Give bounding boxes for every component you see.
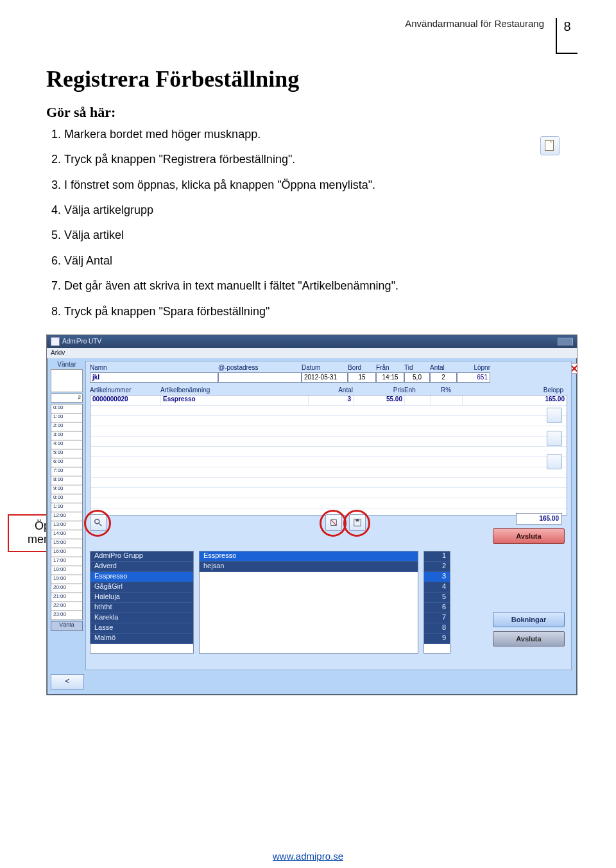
side-icon-2[interactable]: [547, 431, 562, 446]
list-item[interactable]: AdmiPro Grupp: [90, 551, 193, 562]
col-namn: Namn: [90, 364, 218, 371]
col2-artnr: Artikelnummer: [90, 386, 160, 394]
col2-enh: Enh: [404, 386, 430, 394]
list-item[interactable]: 7: [424, 613, 450, 623]
time-slot[interactable]: 4:00: [51, 440, 83, 449]
vanta-button[interactable]: Vänta: [51, 621, 83, 631]
list-item[interactable]: 9: [424, 634, 450, 644]
val-fran[interactable]: 14:15: [376, 372, 404, 383]
bokningar-button[interactable]: Bokningar: [493, 612, 565, 627]
list-item[interactable]: 6: [424, 603, 450, 613]
time-slot[interactable]: 21:00: [51, 593, 83, 602]
time-slot[interactable]: 0:00: [51, 404, 83, 413]
menu-arkiv[interactable]: Arkiv: [51, 349, 65, 356]
step-1: Markera bordet med höger musknapp.: [64, 126, 578, 143]
svg-rect-11: [355, 519, 359, 522]
val-bord[interactable]: 15: [348, 372, 376, 383]
time-slot[interactable]: 18:00: [51, 566, 83, 575]
svg-point-6: [95, 519, 99, 524]
app-icon: [51, 337, 60, 346]
list-item[interactable]: Adverd: [90, 562, 193, 572]
time-slot[interactable]: 8:00: [51, 476, 83, 485]
vantar-box: [51, 369, 83, 392]
avsluta-button-grey[interactable]: Avsluta: [493, 631, 565, 647]
list-item[interactable]: 2: [424, 562, 450, 572]
col2-ben: Artikelbenämning: [160, 386, 308, 394]
time-slot[interactable]: 13:00: [51, 521, 83, 530]
val-tid[interactable]: 5,0: [404, 372, 430, 383]
col-fran: Från: [376, 364, 404, 371]
article-grid[interactable]: 0000000020 Esspresso 3 55.00 165.00: [90, 395, 567, 516]
col2-pris: Pris: [353, 386, 404, 394]
save-preorder-button[interactable]: [349, 514, 366, 531]
val-epost[interactable]: [218, 372, 302, 383]
page-title: Registrera Förbeställning: [46, 65, 578, 92]
list-item[interactable]: Esspresso: [90, 572, 193, 582]
col-epost: @-postadress: [218, 364, 302, 371]
list-item[interactable]: hththt: [90, 603, 193, 613]
document-icon: [540, 136, 560, 155]
time-slot[interactable]: 12:00: [51, 512, 83, 521]
step-6: Välj Antal: [64, 252, 578, 270]
val-namn[interactable]: jkl: [90, 372, 218, 383]
side-icon-3[interactable]: [547, 454, 562, 469]
list-item[interactable]: 3: [424, 572, 450, 582]
time-slot[interactable]: 23:00: [51, 611, 83, 620]
step-3: I fönstret som öppnas, klicka på knappen…: [64, 177, 578, 194]
col-lopnr: Löpnr: [457, 364, 490, 371]
svg-line-7: [99, 523, 101, 526]
time-slot[interactable]: 22:00: [51, 602, 83, 611]
list-item[interactable]: GågåGirl: [90, 582, 193, 593]
col2-belopp: Belopp: [462, 386, 567, 394]
list-item[interactable]: 5: [424, 593, 450, 603]
col-datum: Datum: [302, 364, 348, 371]
val-datum[interactable]: 2012-05-31: [302, 372, 348, 383]
list-item[interactable]: Malmö: [90, 634, 193, 644]
total-amount: 165.00: [516, 513, 562, 525]
time-slot[interactable]: 5:00: [51, 449, 83, 458]
time-slot[interactable]: 19:00: [51, 575, 83, 584]
item-list[interactable]: Esspressohejsan: [199, 551, 418, 654]
time-slot[interactable]: 6:00: [51, 458, 83, 467]
step-4: Välja artikelgrupp: [64, 202, 578, 219]
footer: www.admipro.se: [0, 851, 616, 862]
step-2: Tryck på knappen "Registrera förbeställn…: [64, 151, 578, 168]
list-item[interactable]: Esspresso: [200, 551, 418, 562]
time-slot[interactable]: 16:00: [51, 548, 83, 557]
subtitle: Gör så här:: [46, 104, 578, 121]
qty-list[interactable]: 123456789: [424, 551, 450, 654]
manual-header: Användarmanual för Restaurang: [46, 18, 556, 29]
step-5: Välja artikel: [64, 227, 578, 244]
list-item[interactable]: Lasse: [90, 623, 193, 634]
time-slot[interactable]: 14:00: [51, 530, 83, 539]
footer-link[interactable]: www.admipro.se: [273, 851, 343, 862]
clear-form-button[interactable]: [325, 514, 342, 531]
time-slot[interactable]: 2:00: [51, 422, 83, 431]
list-item[interactable]: hejsan: [200, 562, 418, 572]
group-list[interactable]: AdmiPro GruppAdverdEsspressoGågåGirlHale…: [90, 551, 194, 654]
val-antal[interactable]: 2: [430, 372, 457, 383]
time-slot[interactable]: 7:00: [51, 467, 83, 476]
list-item[interactable]: 1: [424, 551, 450, 562]
back-button[interactable]: <: [51, 674, 84, 690]
titlebar-control-icon[interactable]: [558, 338, 573, 345]
time-slot[interactable]: 20:00: [51, 584, 83, 593]
list-item[interactable]: Karekla: [90, 613, 193, 623]
time-slot[interactable]: 0:00: [51, 494, 83, 503]
time-slot[interactable]: 15:00: [51, 539, 83, 548]
side-icon-1[interactable]: [547, 408, 562, 423]
list-item[interactable]: 4: [424, 582, 450, 593]
list-item[interactable]: 8: [424, 623, 450, 634]
time-slot[interactable]: 1:00: [51, 503, 83, 512]
time-slot[interactable]: 3:00: [51, 431, 83, 440]
step-8: Tryck på knappen "Spara förbeställning": [64, 303, 578, 320]
grid-row-1[interactable]: 0000000020 Esspresso 3 55.00 165.00: [90, 395, 567, 406]
list-item[interactable]: Haleluja: [90, 593, 193, 603]
val-lopnr: 651: [457, 372, 490, 383]
time-slot[interactable]: 17:00: [51, 557, 83, 566]
time-slot[interactable]: 1:00: [51, 413, 83, 422]
avsluta-button-red[interactable]: Avsluta: [493, 528, 565, 544]
col2-r: R%: [430, 386, 462, 394]
open-menulist-button[interactable]: [90, 514, 107, 531]
time-slot[interactable]: 9:00: [51, 485, 83, 494]
